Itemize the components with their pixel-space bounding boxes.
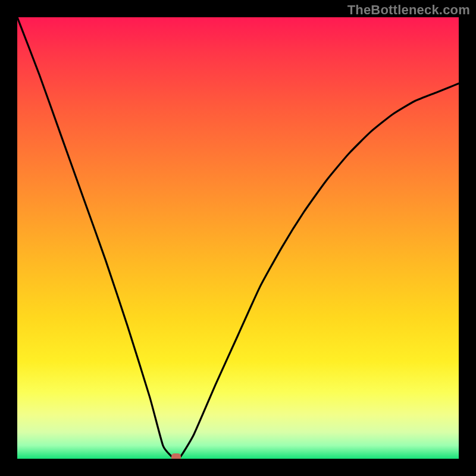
plot-area [17,17,459,459]
optimal-point-marker [171,453,181,459]
watermark-text: TheBottleneck.com [347,2,470,18]
chart-frame: TheBottleneck.com [0,0,476,476]
bottleneck-curve [17,17,459,459]
